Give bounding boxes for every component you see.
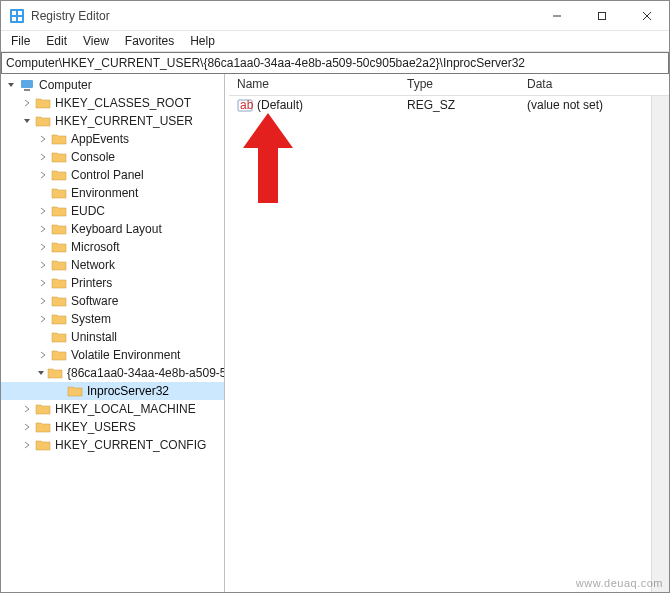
tree-item[interactable]: AppEvents [1,130,224,148]
folder-icon [51,275,67,291]
chevron-right-icon[interactable] [37,205,49,217]
tree-hkcc[interactable]: HKEY_CURRENT_CONFIG [1,436,224,454]
column-data[interactable]: Data [519,74,669,95]
close-button[interactable] [624,1,669,31]
folder-icon [35,401,51,417]
tree-item[interactable]: Microsoft [1,238,224,256]
string-value-icon: ab [237,97,253,113]
tree-guid-key[interactable]: {86ca1aa0-34aa-4e8b-a509-5 [1,364,224,382]
tree-hku[interactable]: HKEY_USERS [1,418,224,436]
chevron-right-icon[interactable] [37,313,49,325]
tree-hkcr[interactable]: HKEY_CLASSES_ROOT [1,94,224,112]
chevron-down-icon[interactable] [21,115,33,127]
chevron-right-icon[interactable] [37,277,49,289]
folder-icon [35,419,51,435]
svg-rect-6 [598,12,605,19]
tree-item[interactable]: Console [1,148,224,166]
value-name: (Default) [257,98,303,112]
tree-hklm[interactable]: HKEY_LOCAL_MACHINE [1,400,224,418]
folder-icon [51,131,67,147]
tree-item[interactable]: Printers [1,274,224,292]
folder-icon [35,113,51,129]
chevron-right-icon[interactable] [21,403,33,415]
tree-item[interactable]: System [1,310,224,328]
menubar: File Edit View Favorites Help [1,31,669,52]
folder-icon [51,293,67,309]
column-type[interactable]: Type [399,74,519,95]
folder-icon [35,95,51,111]
value-type: REG_SZ [399,98,519,112]
tree-root-computer[interactable]: Computer [1,76,224,94]
list-body[interactable]: ab (Default) REG_SZ (value not set) [229,96,669,592]
tree-inprocserver32[interactable]: InprocServer32 [1,382,224,400]
watermark: www.deuaq.com [576,577,663,589]
menu-edit[interactable]: Edit [38,32,75,50]
svg-rect-2 [18,11,22,15]
window-title: Registry Editor [31,9,110,23]
menu-help[interactable]: Help [182,32,223,50]
tree-pane[interactable]: Computer HKEY_CLASSES_ROOT HKEY_CURRENT_… [1,74,225,592]
folder-icon [51,221,67,237]
tree-item[interactable]: Environment [1,184,224,202]
list-header[interactable]: Name Type Data [229,74,669,96]
folder-icon [51,239,67,255]
chevron-right-icon[interactable] [37,133,49,145]
folder-icon [51,257,67,273]
menu-favorites[interactable]: Favorites [117,32,182,50]
svg-text:ab: ab [240,98,253,112]
value-data: (value not set) [519,98,669,112]
chevron-right-icon[interactable] [37,169,49,181]
tree-item[interactable]: Volatile Environment [1,346,224,364]
folder-icon [51,185,67,201]
main-split: Computer HKEY_CLASSES_ROOT HKEY_CURRENT_… [1,74,669,592]
tree-item[interactable]: Software [1,292,224,310]
folder-icon [47,365,63,381]
address-input[interactable] [2,54,668,72]
column-name[interactable]: Name [229,74,399,95]
folder-icon [51,311,67,327]
svg-rect-9 [21,80,33,88]
svg-rect-1 [12,11,16,15]
chevron-right-icon[interactable] [37,151,49,163]
chevron-right-icon[interactable] [37,259,49,271]
chevron-down-icon[interactable] [5,79,17,91]
chevron-right-icon[interactable] [37,349,49,361]
chevron-right-icon[interactable] [37,295,49,307]
svg-rect-4 [18,17,22,21]
tree-item[interactable]: Keyboard Layout [1,220,224,238]
maximize-button[interactable] [579,1,624,31]
folder-icon [51,203,67,219]
computer-icon [19,77,35,93]
chevron-down-icon[interactable] [37,367,45,379]
folder-icon [51,329,67,345]
tree-item[interactable]: Uninstall [1,328,224,346]
minimize-button[interactable] [534,1,579,31]
tree-item[interactable]: EUDC [1,202,224,220]
tree-hkcu[interactable]: HKEY_CURRENT_USER [1,112,224,130]
chevron-right-icon[interactable] [21,421,33,433]
chevron-right-icon[interactable] [21,439,33,451]
address-bar[interactable] [1,52,669,74]
value-row[interactable]: ab (Default) REG_SZ (value not set) [229,96,669,114]
menu-file[interactable]: File [3,32,38,50]
folder-icon [51,347,67,363]
titlebar: Registry Editor [1,1,669,31]
menu-view[interactable]: View [75,32,117,50]
folder-icon [35,437,51,453]
values-pane: Name Type Data ab (Default) REG_SZ (valu… [229,74,669,592]
svg-rect-10 [24,89,30,91]
folder-icon [51,149,67,165]
chevron-right-icon[interactable] [37,241,49,253]
app-icon [9,8,25,24]
folder-open-icon [67,383,83,399]
folder-icon [51,167,67,183]
tree-item[interactable]: Network [1,256,224,274]
chevron-right-icon[interactable] [21,97,33,109]
tree-item[interactable]: Control Panel [1,166,224,184]
chevron-right-icon[interactable] [37,223,49,235]
svg-rect-3 [12,17,16,21]
